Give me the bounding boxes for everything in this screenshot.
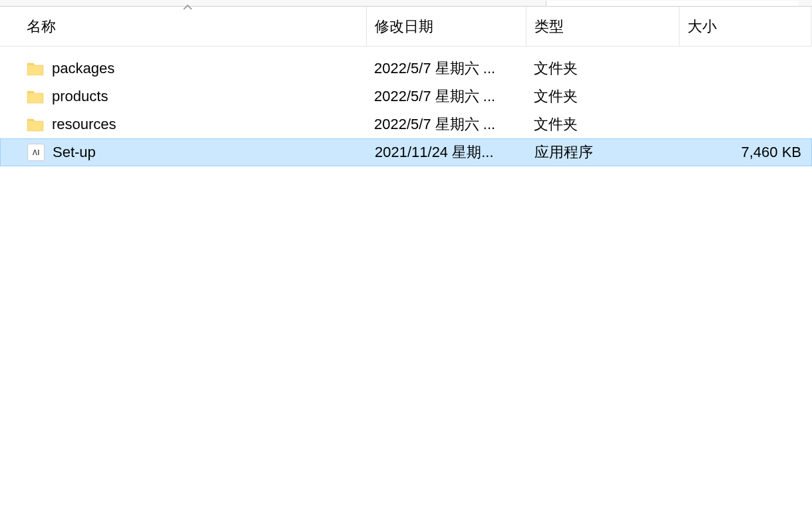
file-row[interactable]: packages 2022/5/7 星期六 ... 文件夹 <box>0 55 812 83</box>
address-search-bar <box>0 0 812 7</box>
column-type-label: 类型 <box>534 17 564 37</box>
column-modified-label: 修改日期 <box>375 17 433 37</box>
file-size: 7,460 KB <box>680 144 811 161</box>
file-modified: 2022/5/7 星期六 ... <box>366 86 526 106</box>
file-type: 文件夹 <box>526 86 679 106</box>
column-size-label: 大小 <box>688 17 717 37</box>
file-type: 应用程序 <box>526 142 680 162</box>
file-list: packages 2022/5/7 星期六 ... 文件夹 products 2… <box>0 47 812 166</box>
column-header-type[interactable]: 类型 <box>526 7 679 46</box>
file-name: packages <box>52 60 114 77</box>
folder-icon <box>27 61 44 76</box>
folder-icon <box>27 89 44 104</box>
file-type: 文件夹 <box>526 59 679 79</box>
column-header-size[interactable]: 大小 <box>679 7 812 46</box>
file-name: Set-up <box>53 144 96 161</box>
column-header-modified[interactable]: 修改日期 <box>366 7 526 46</box>
file-row[interactable]: products 2022/5/7 星期六 ... 文件夹 <box>0 83 812 110</box>
sort-up-icon <box>183 2 192 13</box>
file-modified: 2022/5/7 星期六 ... <box>366 59 526 79</box>
column-header-row: 名称 修改日期 类型 大小 <box>0 7 812 47</box>
file-name: products <box>52 88 108 105</box>
application-icon: ΛI <box>27 144 45 161</box>
file-type: 文件夹 <box>526 114 679 134</box>
column-header-name[interactable]: 名称 <box>0 17 366 37</box>
column-name-label: 名称 <box>27 18 56 35</box>
file-modified: 2022/5/7 星期六 ... <box>366 114 526 134</box>
file-row[interactable]: ΛI Set-up 2021/11/24 星期... 应用程序 7,460 KB <box>0 138 812 166</box>
file-modified: 2021/11/24 星期... <box>367 142 526 162</box>
folder-icon <box>27 117 44 132</box>
search-input[interactable] <box>546 1 799 6</box>
file-name: resources <box>52 116 116 133</box>
file-row[interactable]: resources 2022/5/7 星期六 ... 文件夹 <box>0 110 812 138</box>
